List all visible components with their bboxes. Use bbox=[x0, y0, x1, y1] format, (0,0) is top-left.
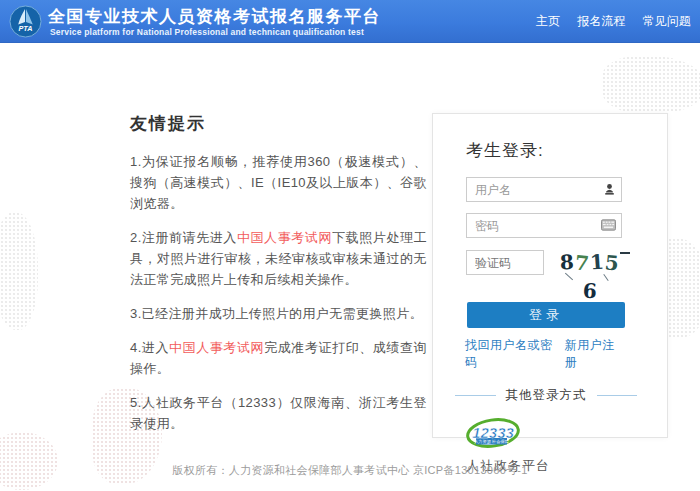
forgot-credentials-link[interactable]: 找回用户名或密码 bbox=[465, 337, 565, 371]
password-input[interactable] bbox=[466, 213, 622, 238]
login-title: 考生登录: bbox=[466, 139, 667, 162]
site-subtitle: Service platform for National Profession… bbox=[50, 27, 364, 37]
tip-item-1: 1.为保证报名顺畅，推荐使用360（极速模式）、搜狗（高速模式）、IE（IE10… bbox=[130, 151, 427, 214]
password-field-wrap bbox=[466, 213, 622, 238]
keyboard-icon bbox=[601, 219, 616, 231]
divider-line bbox=[597, 395, 638, 396]
username-input[interactable] bbox=[466, 177, 622, 202]
page: PTA 全国专业技术人员资格考试报名服务平台 Service platform … bbox=[0, 0, 700, 491]
login-button[interactable]: 登录 bbox=[467, 302, 625, 328]
svg-text:12333: 12333 bbox=[472, 424, 514, 441]
username-field-wrap bbox=[466, 177, 622, 202]
tip-item-3: 3.已经注册并成功上传照片的用户无需更换照片。 bbox=[130, 303, 427, 324]
friendly-tips: 友情提示 1.为保证报名顺畅，推荐使用360（极速模式）、搜狗（高速模式）、IE… bbox=[130, 112, 427, 447]
nav-home[interactable]: 主页 bbox=[536, 14, 560, 28]
tip-item-2: 2.注册前请先进入中国人事考试网下载照片处理工具，对照片进行审核，未经审核或审核… bbox=[130, 227, 427, 290]
login-links: 找回用户名或密码 新用户注册 bbox=[465, 337, 627, 371]
nav-process[interactable]: 报名流程 bbox=[577, 14, 625, 28]
tip-item-4: 4.进入中国人事考试网完成准考证打印、成绩查询操作。 bbox=[130, 337, 427, 379]
captcha-row: 87156 bbox=[466, 249, 667, 276]
site-title: 全国专业技术人员资格考试报名服务平台 bbox=[48, 5, 381, 28]
map-watermark bbox=[0, 212, 38, 330]
top-nav: 主页 报名流程 常见问题 咨询电话 bbox=[536, 13, 700, 30]
nav-faq[interactable]: 常见问题 bbox=[643, 14, 691, 28]
register-link[interactable]: 新用户注册 bbox=[565, 337, 627, 371]
cpta-site-link[interactable]: 中国人事考试网 bbox=[169, 340, 264, 355]
tip-item-5: 5.人社政务平台（12333）仅限海南、浙江考生登录使用。 bbox=[130, 392, 427, 434]
map-watermark bbox=[602, 56, 700, 114]
divider-line bbox=[455, 395, 496, 396]
captcha-image[interactable]: 87156 bbox=[554, 249, 626, 276]
captcha-noise bbox=[620, 252, 630, 254]
tips-title: 友情提示 bbox=[130, 112, 427, 135]
captcha-input[interactable] bbox=[466, 250, 544, 275]
footer-copyright: 版权所有：人力资源和社会保障部人事考试中心 京ICP备13013060号-1 bbox=[0, 463, 700, 478]
other-login-divider: 其他登录方式 bbox=[455, 387, 637, 404]
user-icon bbox=[603, 183, 616, 196]
svg-text:PTA: PTA bbox=[19, 24, 33, 33]
header: PTA 全国专业技术人员资格考试报名服务平台 Service platform … bbox=[0, 0, 700, 43]
other-login-label: 其他登录方式 bbox=[506, 387, 587, 404]
map-watermark bbox=[0, 432, 58, 490]
cpta-site-link[interactable]: 中国人事考试网 bbox=[237, 230, 332, 245]
12333-logo-icon[interactable]: 人力资源 社会保障 12333 bbox=[466, 417, 520, 453]
login-panel: 考生登录: bbox=[432, 113, 668, 438]
pta-logo-icon: PTA bbox=[9, 5, 42, 38]
